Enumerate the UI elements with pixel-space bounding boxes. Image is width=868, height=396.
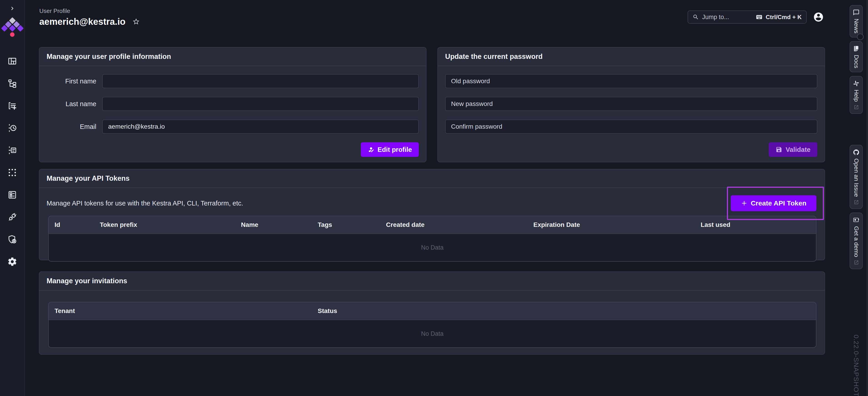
page-title: aemerich@kestra.io	[39, 17, 125, 27]
nav-item-executions[interactable]	[7, 100, 18, 111]
api-tokens-table-body: No Data	[49, 234, 816, 261]
list-plus-icon	[7, 101, 17, 111]
right-rail: News Docs Help Open an Issue	[844, 0, 868, 396]
column-status: Status	[312, 307, 816, 315]
dots-square-icon	[7, 167, 17, 178]
sidebar-nav	[7, 56, 18, 267]
shield-account-icon	[7, 234, 17, 244]
invitations-card: Manage your invitations Tenant Status No…	[39, 271, 825, 355]
timeline-clock-icon	[7, 123, 17, 133]
confirm-password-input[interactable]	[445, 120, 817, 134]
nav-item-flows[interactable]	[7, 78, 18, 89]
save-icon	[776, 146, 782, 153]
main-content: Manage your user profile information Fir…	[26, 34, 844, 396]
password-card-title: Update the current password	[445, 53, 542, 60]
search-placeholder: Jump to...	[702, 13, 729, 21]
book-icon	[853, 45, 860, 52]
rail-tab-open-an-issue[interactable]: Open an Issue	[849, 145, 863, 209]
rail-tab-help[interactable]: Help	[849, 76, 863, 114]
column-last-used: Last used	[694, 221, 816, 229]
create-api-token-label: Create API Token	[751, 200, 806, 207]
star-outline-icon[interactable]	[132, 18, 140, 26]
power-plug-icon	[7, 212, 17, 222]
message-icon	[853, 9, 860, 16]
column-created-date: Created date	[380, 221, 527, 229]
first-name-input[interactable]	[102, 74, 419, 88]
password-card: Update the current password Validate	[437, 47, 825, 162]
email-input[interactable]	[102, 120, 419, 134]
old-password-input[interactable]	[445, 74, 817, 88]
nav-item-triggers[interactable]	[7, 123, 18, 133]
slack-icon	[853, 80, 860, 87]
profile-card: Manage your user profile information Fir…	[39, 47, 427, 162]
edit-profile-label: Edit profile	[378, 146, 412, 153]
ballot-icon	[7, 190, 17, 200]
rail-tab-open-an-issue-label: Open an Issue	[853, 158, 860, 197]
email-label: Email	[46, 123, 102, 130]
rail-tab-docs-label: Docs	[853, 55, 860, 68]
invitations-empty-state: No Data	[421, 330, 443, 337]
nav-item-plugins[interactable]	[7, 212, 18, 222]
column-name: Name	[235, 221, 312, 229]
column-tenant: Tenant	[49, 307, 312, 315]
api-tokens-card: Manage your API Tokens Manage API tokens…	[39, 169, 825, 260]
nav-item-iam[interactable]	[7, 234, 18, 245]
open-in-new-icon	[854, 260, 859, 265]
open-in-new-icon	[854, 104, 859, 110]
top-header: User Profile aemerich@kestra.io Jump to.…	[26, 0, 844, 34]
column-expiration-date: Expiration Date	[527, 221, 694, 229]
validate-label: Validate	[785, 146, 810, 153]
sitemap-icon	[7, 79, 17, 88]
api-tokens-card-title: Manage your API Tokens	[46, 174, 129, 182]
search-icon	[692, 14, 699, 20]
news-badge	[857, 33, 864, 40]
sidebar-expand-button[interactable]	[8, 4, 16, 12]
presentation-icon	[853, 217, 860, 223]
column-id: Id	[49, 221, 94, 229]
rail-tab-news[interactable]: News	[849, 5, 863, 37]
timeline-text-icon	[7, 145, 17, 155]
invitations-table-header: Tenant Status	[49, 302, 816, 320]
nav-item-blueprints[interactable]	[7, 190, 18, 200]
user-avatar-icon[interactable]	[813, 11, 824, 23]
rail-tab-get-a-demo-label: Get a demo	[853, 226, 860, 257]
window-edge-line	[867, 0, 867, 396]
rail-tab-help-label: Help	[853, 90, 860, 102]
rail-tab-news-label: News	[853, 19, 860, 33]
nav-item-logs[interactable]	[7, 145, 18, 155]
profile-card-title: Manage your user profile information	[46, 53, 171, 60]
last-name-label: Last name	[46, 100, 102, 108]
validate-button[interactable]: Validate	[769, 142, 817, 157]
rail-tab-get-a-demo[interactable]: Get a demo	[849, 213, 863, 269]
search-shortcut: Ctrl/Cmd + K	[766, 13, 802, 21]
invitations-table: Tenant Status No Data	[48, 302, 816, 348]
breadcrumb: User Profile	[39, 7, 140, 14]
api-tokens-empty-state: No Data	[421, 244, 443, 251]
first-name-label: First name	[46, 78, 102, 85]
api-tokens-table-header: Id Token prefix Name Tags Created date E…	[49, 216, 816, 234]
invitations-table-body: No Data	[49, 320, 816, 347]
chevron-right-icon	[9, 5, 16, 12]
app-version: 0.22.0-SNAPSHOT	[852, 335, 860, 396]
edit-profile-button[interactable]: Edit profile	[361, 142, 419, 157]
last-name-input[interactable]	[102, 97, 419, 111]
left-sidebar	[0, 0, 25, 396]
create-api-token-button[interactable]: Create API Token	[731, 195, 816, 211]
new-password-input[interactable]	[445, 97, 817, 111]
api-tokens-description: Manage API tokens for use with the Kestr…	[46, 200, 243, 207]
plus-icon	[741, 200, 748, 207]
api-tokens-table: Id Token prefix Name Tags Created date E…	[48, 216, 816, 262]
invitations-card-title: Manage your invitations	[46, 277, 127, 285]
nav-item-settings[interactable]	[7, 256, 18, 267]
jump-to-search[interactable]: Jump to... Ctrl/Cmd + K	[688, 10, 807, 24]
rail-tab-docs[interactable]: Docs	[849, 41, 863, 72]
keyboard-icon	[756, 13, 763, 21]
gear-icon	[7, 257, 17, 267]
logo-dot	[10, 32, 14, 37]
nav-item-dashboards[interactable]	[7, 56, 18, 66]
account-edit-icon	[368, 146, 374, 153]
nav-item-namespaces[interactable]	[7, 167, 18, 178]
kestra-logo[interactable]	[3, 18, 22, 37]
open-in-new-icon	[854, 200, 859, 205]
column-token-prefix: Token prefix	[94, 221, 235, 229]
